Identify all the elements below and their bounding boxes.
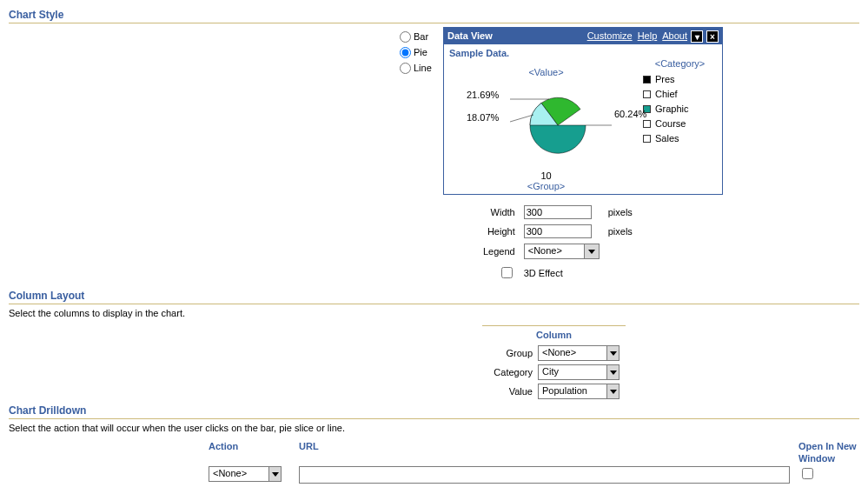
legend-label-4: Sales xyxy=(655,133,679,144)
link-about[interactable]: About xyxy=(662,28,687,44)
section-drilldown-title: Chart Drilldown xyxy=(9,404,859,419)
category-col-label: Category xyxy=(482,367,538,377)
height-input[interactable] xyxy=(524,224,592,238)
link-help[interactable]: Help xyxy=(638,28,658,44)
pie-chart: <Value> 60.24% 21.69% xyxy=(449,58,643,189)
slice-label-2: 21.69% xyxy=(467,90,499,100)
legend-label-1: Chief xyxy=(655,89,678,99)
collapse-icon[interactable]: ▾ xyxy=(691,30,703,43)
radio-bar[interactable]: Bar xyxy=(400,29,443,44)
section-column-layout-desc: Select the columns to display in the cha… xyxy=(9,308,859,318)
width-unit: pixels xyxy=(605,204,636,221)
category-select-value: City xyxy=(539,365,606,379)
action-select[interactable]: <None> xyxy=(209,466,282,482)
width-input[interactable] xyxy=(524,205,592,219)
url-header: URL xyxy=(299,440,790,466)
legend-label-2: Graphic xyxy=(655,103,689,114)
slice-label-1: 60.24% xyxy=(614,109,646,119)
chart-preview-panel: Data View Customize Help About ▾ × Sampl… xyxy=(443,27,723,195)
legend-item-1: Chief xyxy=(643,89,717,99)
chevron-down-icon xyxy=(268,467,281,481)
section-chart-style-title: Chart Style xyxy=(9,9,859,23)
group-axis-label: <Group> xyxy=(449,181,643,191)
value-select-value: Population xyxy=(539,384,606,398)
legend-item-0: Pres xyxy=(643,74,717,84)
column-header: Column xyxy=(482,330,626,340)
sample-data-title: Sample Data. xyxy=(449,48,717,58)
radio-pie[interactable]: Pie xyxy=(400,44,443,60)
group-value: 10 xyxy=(449,170,643,181)
value-axis-label: <Value> xyxy=(449,67,643,77)
radio-bar-label: Bar xyxy=(414,31,428,42)
legend-item-2: Graphic xyxy=(643,103,717,114)
effect-3d-checkbox[interactable] xyxy=(501,267,513,278)
legend-select[interactable]: <None> xyxy=(524,244,600,259)
group-select-value: <None> xyxy=(539,346,606,360)
chart-type-radios: Bar Pie Line xyxy=(400,27,443,76)
url-input[interactable] xyxy=(299,466,790,484)
open-new-window-checkbox[interactable] xyxy=(802,468,813,479)
legend: <Category> Pres Chief Graphic Course Sal… xyxy=(643,58,717,189)
legend-item-3: Course xyxy=(643,118,717,129)
svg-line-2 xyxy=(510,115,533,122)
radio-line[interactable]: Line xyxy=(400,60,443,76)
action-header: Action xyxy=(209,440,295,466)
chart-size-form: Width pixels Height pixels Legend <None>… xyxy=(478,202,638,284)
close-icon[interactable]: × xyxy=(706,30,719,43)
category-axis-label: <Category> xyxy=(643,58,717,69)
open-new-window-header: Open In New Window xyxy=(798,440,859,466)
section-drilldown-desc: Select the action that will occur when t… xyxy=(9,423,859,433)
value-col-label: Value xyxy=(482,386,538,397)
preview-titlebar: Data View Customize Help About ▾ × xyxy=(444,28,722,44)
column-layout-form: Column Group <None> Category City Value … xyxy=(482,325,626,399)
radio-pie-label: Pie xyxy=(414,47,427,57)
section-column-layout-title: Column Layout xyxy=(9,290,859,304)
effect-3d-label: 3D Effect xyxy=(520,263,636,283)
preview-title: Data View xyxy=(447,28,493,44)
drilldown-form: Action <None> URL Open In New Window xyxy=(209,440,859,484)
group-select[interactable]: <None> xyxy=(538,345,620,361)
legend-label: Legend xyxy=(480,242,519,261)
group-col-label: Group xyxy=(482,348,538,358)
legend-label-0: Pres xyxy=(655,74,675,84)
legend-label-3: Course xyxy=(655,118,686,129)
chevron-down-icon xyxy=(584,244,599,258)
action-select-value: <None> xyxy=(209,467,268,481)
slice-label-3: 18.07% xyxy=(467,112,499,123)
legend-select-value: <None> xyxy=(525,244,584,258)
chevron-down-icon xyxy=(606,346,619,360)
width-label: Width xyxy=(480,204,519,221)
chevron-down-icon xyxy=(606,365,619,379)
value-select[interactable]: Population xyxy=(538,384,620,399)
link-customize[interactable]: Customize xyxy=(587,28,633,44)
legend-item-4: Sales xyxy=(643,133,717,144)
category-select[interactable]: City xyxy=(538,364,620,380)
height-label: Height xyxy=(480,223,519,240)
radio-line-label: Line xyxy=(414,63,432,73)
chevron-down-icon xyxy=(606,384,619,398)
height-unit: pixels xyxy=(605,223,636,240)
